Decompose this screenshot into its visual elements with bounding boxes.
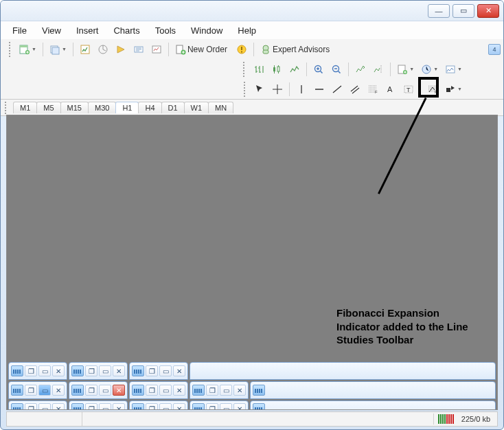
restore-icon[interactable]: ❐	[25, 403, 37, 409]
close-icon[interactable]: ✕	[233, 403, 246, 409]
minimized-chart-window[interactable]: ❐ ▭ ✕	[8, 362, 67, 380]
tester-button[interactable]	[148, 42, 165, 57]
autoscroll-button[interactable]	[352, 62, 369, 77]
profiles-button[interactable]: ▼	[47, 42, 69, 57]
maximize-icon[interactable]: ▭	[99, 385, 111, 396]
toolbar-grip[interactable]	[5, 102, 9, 114]
periods-button[interactable]: ▼	[418, 62, 441, 77]
minimized-chart-window[interactable]: ❐ ▭ ✕	[129, 362, 188, 380]
minimized-chart-window[interactable]: ❐ ▭ ✕	[69, 362, 128, 380]
maximize-icon[interactable]: ▭	[159, 385, 172, 396]
minimize-button[interactable]: —	[428, 4, 450, 18]
horizontal-line-button[interactable]	[311, 82, 328, 97]
restore-icon[interactable]: ❐	[206, 385, 218, 396]
close-icon[interactable]: ✕	[173, 385, 185, 396]
chart-shift-button[interactable]	[370, 62, 387, 77]
close-icon[interactable]: ✕	[52, 385, 65, 396]
shapes-button[interactable]: ▼	[442, 82, 465, 97]
minimized-chart-window[interactable]	[250, 381, 496, 399]
candlestick-button[interactable]	[268, 62, 285, 77]
minimized-chart-window[interactable]	[250, 400, 496, 409]
close-icon[interactable]: ✕	[52, 365, 65, 376]
maximize-icon[interactable]: ▭	[159, 403, 172, 409]
new-order-button[interactable]: New Order	[172, 42, 232, 57]
restore-icon[interactable]: ❐	[85, 385, 98, 396]
minimized-chart-window[interactable]: ❐ ▭ ✕	[129, 400, 188, 409]
text-button[interactable]: A	[382, 82, 399, 97]
maximize-icon[interactable]: ▭	[99, 365, 111, 376]
timeframe-d1[interactable]: D1	[161, 102, 185, 113]
cursor-button[interactable]	[251, 82, 268, 97]
restore-icon[interactable]: ❐	[85, 365, 98, 376]
restore-icon[interactable]: ❐	[25, 365, 37, 376]
maximize-button[interactable]: ▭	[453, 4, 474, 18]
text-label-button[interactable]: T	[400, 82, 417, 97]
maximize-icon[interactable]: ▭	[220, 403, 232, 409]
templates-button[interactable]: ▼	[442, 62, 465, 77]
close-icon[interactable]: ✕	[233, 385, 246, 396]
close-icon[interactable]: ✕	[113, 365, 125, 376]
maximize-icon[interactable]: ▭	[159, 365, 172, 376]
navigator-button[interactable]	[113, 42, 129, 57]
maximize-icon[interactable]: ▭	[220, 385, 232, 396]
zoom-out-button[interactable]	[328, 62, 345, 77]
toolbar-grip[interactable]	[243, 62, 247, 77]
close-icon[interactable]: ✕	[173, 403, 185, 409]
timeframe-m30[interactable]: M30	[88, 102, 116, 113]
maximize-icon[interactable]: ▭	[38, 385, 51, 396]
alert-button[interactable]	[233, 42, 250, 57]
tip-badge[interactable]: 4	[488, 44, 501, 55]
minimized-chart-window[interactable]: ❐ ▭ ✕	[190, 400, 249, 409]
market-watch-button[interactable]	[77, 42, 93, 57]
bar-chart-button[interactable]	[251, 62, 267, 77]
new-chart-button[interactable]: ▼	[16, 42, 39, 57]
menu-window[interactable]: Window	[185, 23, 229, 38]
restore-icon[interactable]: ❐	[146, 365, 158, 376]
menu-charts[interactable]: Charts	[107, 23, 146, 38]
minimized-chart-window[interactable]: ❐ ▭ ✕	[129, 381, 188, 399]
menu-tools[interactable]: Tools	[149, 23, 182, 38]
timeframe-m1[interactable]: M1	[13, 102, 37, 113]
menu-insert[interactable]: Insert	[70, 23, 105, 38]
close-button[interactable]: ✕	[477, 4, 499, 18]
close-icon[interactable]: ✕	[113, 403, 125, 409]
restore-icon[interactable]: ❐	[25, 385, 37, 396]
restore-icon[interactable]: ❐	[146, 403, 158, 409]
crosshair-button[interactable]	[269, 82, 286, 97]
maximize-icon[interactable]: ▭	[38, 365, 51, 376]
minimized-chart-window[interactable]	[190, 362, 496, 380]
fibonacci-retracement-button[interactable]: F	[365, 82, 381, 97]
timeframe-h4[interactable]: H4	[138, 102, 161, 113]
timeframe-m15[interactable]: M15	[60, 102, 89, 113]
maximize-icon[interactable]: ▭	[99, 403, 111, 409]
vertical-line-button[interactable]	[293, 82, 310, 97]
indicators-button[interactable]: ▼	[394, 62, 417, 77]
maximize-icon[interactable]: ▭	[38, 403, 51, 409]
data-window-button[interactable]	[95, 42, 111, 57]
minimized-chart-window[interactable]: ❐ ▭ ✕	[8, 400, 67, 409]
terminal-button[interactable]	[130, 42, 147, 57]
toolbar-grip[interactable]	[9, 42, 13, 57]
menu-view[interactable]: View	[36, 23, 67, 38]
close-icon[interactable]: ✕	[113, 385, 125, 396]
zoom-in-button[interactable]	[310, 62, 327, 77]
minimized-chart-window[interactable]: ❐ ▭ ✕	[69, 400, 128, 409]
expert-advisors-button[interactable]: Expert Advisors	[257, 42, 334, 57]
timeframe-m5[interactable]: M5	[36, 102, 60, 113]
timeframe-mn[interactable]: MN	[208, 102, 233, 113]
line-chart-button[interactable]	[286, 62, 303, 77]
restore-icon[interactable]: ❐	[146, 385, 158, 396]
close-icon[interactable]: ✕	[52, 403, 65, 409]
restore-icon[interactable]: ❐	[85, 403, 98, 409]
trendline-button[interactable]	[329, 82, 345, 97]
toolbar-grip[interactable]	[244, 82, 248, 97]
menu-file[interactable]: File	[6, 23, 33, 38]
close-icon[interactable]: ✕	[173, 365, 185, 376]
minimized-chart-window[interactable]: ❐ ▭ ✕	[8, 381, 67, 399]
equidistant-channel-button[interactable]	[347, 82, 363, 97]
timeframe-h1[interactable]: H1	[115, 102, 139, 113]
restore-icon[interactable]: ❐	[206, 403, 218, 409]
minimized-chart-window[interactable]: ❐ ▭ ✕	[69, 381, 128, 399]
minimized-chart-window[interactable]: ❐ ▭ ✕	[190, 381, 249, 399]
menu-help[interactable]: Help	[231, 23, 262, 38]
